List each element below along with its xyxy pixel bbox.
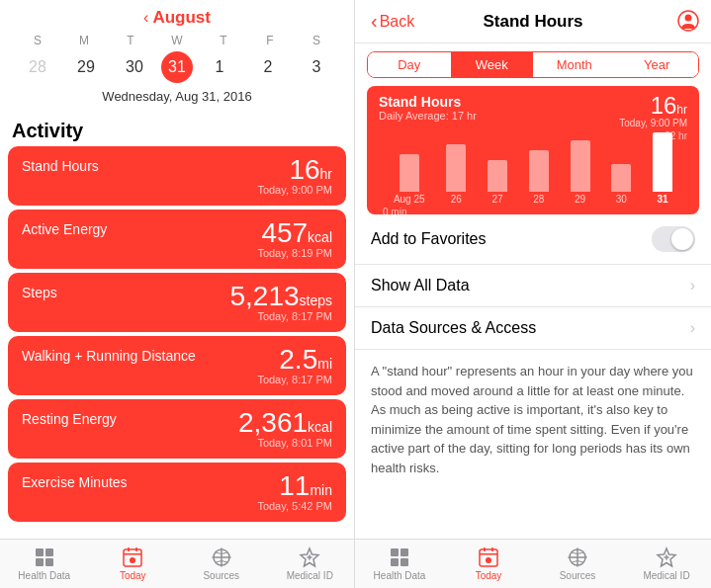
- favorites-toggle[interactable]: [652, 226, 695, 252]
- card-active-energy-label: Active Energy: [22, 219, 107, 237]
- chart-max-label: 22 hr: [379, 130, 687, 141]
- card-resting-energy-sub: Today, 8:01 PM: [238, 437, 332, 449]
- chart-bar-3: [529, 150, 549, 192]
- nav-health-data-left[interactable]: Health Data: [0, 540, 89, 588]
- back-label: Back: [380, 13, 415, 31]
- left-panel: ‹ August S M T W T F S 28 29 30 31 1: [0, 0, 355, 588]
- tab-year[interactable]: Year: [616, 52, 699, 77]
- health-data-icon: [34, 546, 55, 568]
- chart-bar-col-5: 30: [611, 164, 631, 205]
- svg-rect-18: [491, 547, 493, 551]
- svg-rect-3: [45, 548, 53, 556]
- nav-health-data-right[interactable]: Health Data: [355, 540, 444, 588]
- svg-point-20: [486, 557, 491, 563]
- chart-bar-6: [653, 132, 672, 192]
- chart-main-value: 16hr: [619, 94, 687, 118]
- calendar-date-label: Wednesday, Aug 31, 2016: [12, 85, 342, 110]
- card-steps[interactable]: Steps 5,213steps Today, 8:17 PM: [8, 273, 346, 332]
- cal-date-31-today[interactable]: 31: [161, 51, 193, 83]
- stand-hours-chart: Stand Hours Daily Average: 17 hr 16hr To…: [367, 86, 699, 214]
- chart-bar-5: [611, 164, 631, 192]
- right-bottom-nav: Health Data Today: [355, 539, 711, 588]
- card-walking-running[interactable]: Walking + Running Distance 2.5mi Today, …: [8, 336, 346, 395]
- calendar-back-arrow[interactable]: ‹: [143, 9, 148, 27]
- cal-date-29[interactable]: 29: [64, 51, 108, 83]
- left-bottom-nav: Health Data Today: [0, 539, 354, 588]
- cal-date-28[interactable]: 28: [16, 51, 59, 83]
- svg-rect-8: [135, 547, 137, 551]
- card-walking-running-label: Walking + Running Distance: [22, 346, 196, 364]
- card-active-energy-sub: Today, 8:19 PM: [257, 247, 332, 259]
- nav-medical-id-label-left: Medical ID: [287, 570, 333, 581]
- nav-sources-label-right: Sources: [560, 570, 596, 581]
- chart-top-row: Stand Hours Daily Average: 17 hr 16hr To…: [379, 94, 687, 128]
- card-active-energy-value: 457kcal: [257, 219, 332, 247]
- nav-sources-left[interactable]: Sources: [177, 540, 266, 588]
- right-panel: ‹ Back Stand Hours Day Week Month Year S…: [355, 0, 711, 588]
- nav-health-data-label-left: Health Data: [18, 570, 70, 581]
- card-exercise-minutes-label: Exercise Minutes: [22, 472, 128, 490]
- svg-rect-7: [128, 547, 130, 551]
- card-active-energy[interactable]: Active Energy 457kcal Today, 8:19 PM: [8, 210, 346, 269]
- activity-header: Activity: [0, 114, 354, 146]
- svg-rect-17: [484, 547, 486, 551]
- nav-today-label-right: Today: [476, 570, 502, 581]
- month-title: August: [152, 8, 211, 28]
- card-resting-energy[interactable]: Resting Energy 2,361kcal Today, 8:01 PM: [8, 399, 346, 459]
- activity-list: Stand Hours 16hr Today, 9:00 PM Active E…: [0, 146, 354, 539]
- chart-bar-label-1: 26: [451, 194, 462, 205]
- nav-today-label-left: Today: [120, 570, 146, 581]
- svg-rect-19: [480, 553, 497, 555]
- show-all-data-chevron-icon: ›: [690, 277, 695, 294]
- show-all-data-item[interactable]: Show All Data ›: [355, 265, 711, 307]
- tab-day[interactable]: Day: [368, 52, 451, 77]
- today-icon-right: [478, 546, 499, 568]
- data-sources-chevron-icon: ›: [690, 319, 695, 337]
- time-tabs: Day Week Month Year: [367, 51, 699, 78]
- svg-rect-15: [400, 558, 408, 566]
- cal-date-1[interactable]: 1: [198, 51, 241, 83]
- chart-subtitle: Daily Average: 17 hr: [379, 110, 477, 122]
- nav-medical-id-right[interactable]: Medical ID: [622, 540, 711, 588]
- card-exercise-minutes-sub: Today, 5:42 PM: [257, 500, 332, 512]
- card-steps-value: 5,213steps: [229, 283, 332, 310]
- data-sources-item[interactable]: Data Sources & Access ›: [355, 307, 711, 350]
- cal-date-3[interactable]: 3: [295, 51, 338, 83]
- chart-zero-label: 0 min: [379, 207, 687, 217]
- right-panel-title: Stand Hours: [483, 12, 582, 32]
- card-exercise-minutes[interactable]: Exercise Minutes 11min Today, 5:42 PM: [8, 462, 346, 522]
- svg-rect-4: [36, 558, 44, 566]
- nav-today-right[interactable]: Today: [444, 540, 533, 588]
- nav-today-left[interactable]: Today: [89, 540, 178, 588]
- calendar-day-labels: S M T W T F S: [12, 34, 342, 47]
- add-to-favorites-label: Add to Favorites: [371, 230, 487, 248]
- card-resting-energy-value-wrap: 2,361kcal Today, 8:01 PM: [238, 409, 332, 449]
- chart-bar-2: [488, 160, 507, 192]
- calendar-dates-row: 28 29 30 31 1 2 3: [12, 49, 342, 85]
- chart-title-wrap: Stand Hours Daily Average: 17 hr: [379, 94, 477, 122]
- medical-id-icon-right: [656, 546, 677, 568]
- card-stand-hours-label: Stand Hours: [22, 156, 99, 174]
- card-stand-hours[interactable]: Stand Hours 16hr Today, 9:00 PM: [8, 146, 346, 206]
- card-stand-hours-value: 16hr: [257, 156, 332, 184]
- back-button[interactable]: ‹ Back: [371, 10, 414, 33]
- show-all-data-label: Show All Data: [371, 277, 470, 294]
- nav-health-data-label-right: Health Data: [374, 570, 426, 581]
- nav-medical-id-label-right: Medical ID: [643, 570, 689, 581]
- tab-month[interactable]: Month: [533, 52, 616, 77]
- nav-medical-id-left[interactable]: Medical ID: [266, 540, 355, 588]
- nav-sources-right[interactable]: Sources: [533, 540, 622, 588]
- toggle-knob: [671, 228, 693, 250]
- cal-date-2[interactable]: 2: [246, 51, 290, 83]
- back-chevron-icon: ‹: [371, 10, 378, 33]
- chart-bar-col-1: 26: [446, 144, 466, 205]
- card-resting-energy-value: 2,361kcal: [238, 409, 332, 437]
- tab-week[interactable]: Week: [451, 52, 534, 77]
- add-to-favorites-item[interactable]: Add to Favorites: [355, 214, 711, 265]
- chart-bar-label-5: 30: [616, 194, 627, 205]
- cal-date-30[interactable]: 30: [113, 51, 156, 83]
- chart-title: Stand Hours: [379, 94, 477, 110]
- card-steps-value-wrap: 5,213steps Today, 8:17 PM: [229, 283, 332, 322]
- calendar-header: ‹ August: [12, 8, 342, 28]
- chart-bar-label-2: 27: [492, 194, 503, 205]
